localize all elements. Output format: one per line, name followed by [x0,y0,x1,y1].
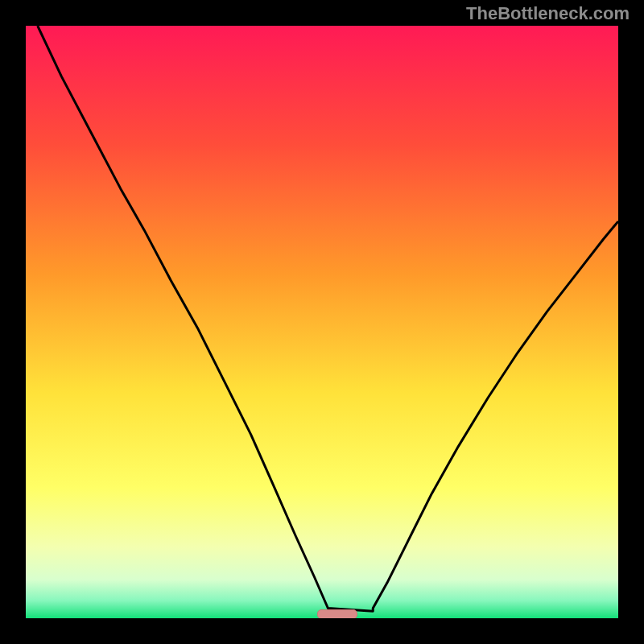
curve-path [38,26,618,611]
bottleneck-curve [26,26,618,618]
plot-area [26,26,618,618]
chart-root: TheBottleneck.com [0,0,644,644]
watermark-text: TheBottleneck.com [466,3,630,24]
optimum-marker [317,609,357,618]
